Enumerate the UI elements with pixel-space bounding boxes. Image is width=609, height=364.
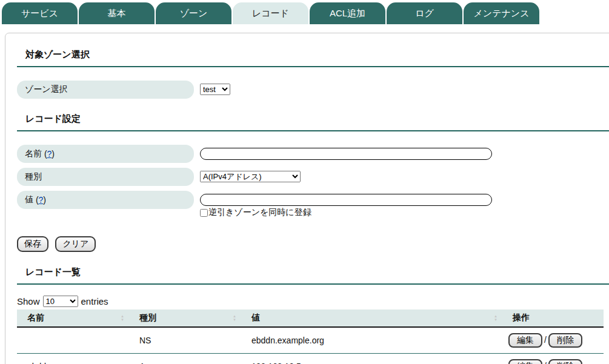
- table-row: ebddn A 192.168.10.5 編集/削除: [17, 354, 604, 364]
- zone-section-title: 対象ゾーン選択: [17, 49, 609, 67]
- records-table: 名前 種別 値 操作 NS ebddn.example.org 編集/削除: [17, 309, 604, 364]
- delete-button[interactable]: 削除: [548, 359, 582, 364]
- tab-basic[interactable]: 基本: [79, 2, 155, 24]
- column-header-action: 操作: [502, 309, 604, 327]
- cell-value: 192.168.10.5: [241, 354, 502, 364]
- tab-log[interactable]: ログ: [387, 2, 462, 24]
- zone-select[interactable]: test: [200, 84, 230, 95]
- tab-zone[interactable]: ゾーン: [156, 2, 231, 24]
- value-label: 値 (?): [17, 191, 194, 209]
- edit-button[interactable]: 編集: [508, 359, 542, 364]
- type-label: 種別: [17, 168, 194, 186]
- table-header-row: 名前 種別 値 操作: [17, 309, 604, 327]
- show-entries-control: Show 10 entries: [17, 296, 609, 307]
- column-header-name-label: 名前: [27, 313, 44, 323]
- delete-button[interactable]: 削除: [548, 333, 582, 348]
- tab-maintenance[interactable]: メンテナンス: [464, 2, 539, 24]
- tab-service[interactable]: サービス: [2, 2, 78, 24]
- cell-name: [17, 327, 129, 354]
- sort-icon[interactable]: [121, 314, 124, 322]
- reverse-zone-checkbox[interactable]: [200, 209, 208, 217]
- name-label-text: 名前: [25, 148, 42, 159]
- cell-value: ebddn.example.org: [241, 327, 502, 354]
- clear-button[interactable]: クリア: [55, 236, 96, 252]
- form-buttons: 保存 クリア: [17, 236, 609, 252]
- main-panel: 対象ゾーン選択 ゾーン選択 test レコード設定 名前 (?) 種別 A(IP…: [5, 33, 609, 364]
- value-label-text: 値: [25, 194, 33, 205]
- action-separator: /: [544, 335, 547, 345]
- cell-type: NS: [129, 327, 241, 354]
- reverse-zone-checkbox-label: 逆引きゾーンを同時に登録: [208, 207, 311, 218]
- record-section-title: レコード設定: [17, 113, 609, 131]
- value-input[interactable]: [200, 194, 492, 206]
- name-row: 名前 (?): [17, 145, 609, 163]
- edit-button[interactable]: 編集: [508, 333, 542, 348]
- name-input[interactable]: [200, 148, 492, 160]
- type-select[interactable]: A(IPv4アドレス): [200, 171, 301, 182]
- cell-actions: 編集/削除: [502, 327, 604, 354]
- show-label: Show: [17, 296, 40, 306]
- cell-actions: 編集/削除: [502, 354, 604, 364]
- zone-select-row: ゾーン選択 test: [17, 81, 609, 99]
- help-close: ): [43, 195, 46, 205]
- zone-select-label: ゾーン選択: [17, 81, 194, 99]
- type-row: 種別 A(IPv4アドレス): [17, 168, 609, 186]
- value-help-link[interactable]: ?: [39, 195, 44, 205]
- tab-acl-add[interactable]: ACL追加: [310, 2, 385, 24]
- value-row: 値 (?) 逆引きゾーンを同時に登録: [17, 191, 609, 218]
- sort-icon[interactable]: [233, 314, 236, 322]
- name-label: 名前 (?): [17, 145, 194, 163]
- tab-record[interactable]: レコード: [233, 2, 308, 24]
- table-row: NS ebddn.example.org 編集/削除: [17, 327, 604, 354]
- action-separator: /: [544, 361, 547, 364]
- column-header-action-label: 操作: [513, 313, 530, 323]
- sort-icon[interactable]: [494, 314, 498, 322]
- cell-name: ebddn: [17, 354, 129, 364]
- save-button[interactable]: 保存: [17, 236, 48, 252]
- tab-bar: サービス 基本 ゾーン レコード ACL追加 ログ メンテナンス: [0, 0, 609, 24]
- entries-label: entries: [81, 296, 108, 306]
- cell-type: A: [129, 354, 241, 364]
- entries-per-page-select[interactable]: 10: [43, 296, 78, 307]
- column-header-name[interactable]: 名前: [17, 309, 129, 327]
- column-header-value-label: 値: [251, 313, 260, 323]
- name-help-link[interactable]: ?: [47, 149, 52, 159]
- column-header-value[interactable]: 値: [241, 309, 502, 327]
- column-header-type-label: 種別: [139, 313, 156, 323]
- help-close: ): [52, 149, 55, 159]
- column-header-type[interactable]: 種別: [129, 309, 241, 327]
- list-section-title: レコード一覧: [17, 266, 609, 285]
